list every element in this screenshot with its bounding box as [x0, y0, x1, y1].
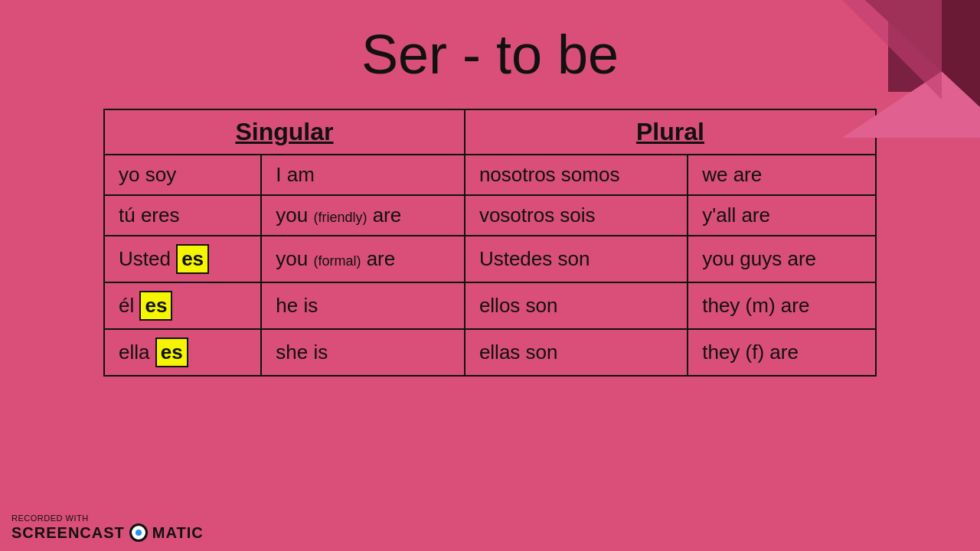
table-row: él es he is ellos son they (m) are	[104, 282, 876, 329]
row1-plural-english: we are	[688, 155, 876, 195]
row1-plural-spanish: nosotros somos	[465, 155, 688, 195]
row2-plural-spanish: vosotros sois	[465, 195, 688, 236]
row3-plural-english: you guys are	[688, 236, 876, 282]
row5-plural-spanish: ellas son	[465, 329, 688, 376]
friendly-label: (friendly)	[313, 210, 367, 225]
conjugation-table: Singular Plural yo soy I am nosotros som…	[103, 109, 877, 377]
row4-plural-english: they (m) are	[688, 282, 876, 329]
watermark-brand: SCREENCAST MATIC	[11, 523, 204, 542]
row2-singular-spanish: tú eres	[104, 195, 261, 236]
es-highlight-usted: es	[176, 244, 209, 274]
screencast-dot	[136, 530, 142, 536]
row1-singular-english: I am	[261, 155, 465, 195]
row2-singular-english: you (friendly) are	[261, 195, 465, 236]
es-highlight-ella: es	[155, 337, 188, 367]
row3-plural-spanish: Ustedes son	[465, 236, 688, 282]
row5-plural-english: they (f) are	[688, 329, 876, 376]
row4-singular-spanish: él es	[104, 282, 261, 329]
row4-plural-spanish: ellos son	[465, 282, 688, 329]
es-highlight-el: es	[139, 291, 172, 321]
ella-text: ella	[119, 341, 155, 364]
watermark-recorded-with: RECORDED WITH	[11, 514, 204, 523]
watermark: RECORDED WITH SCREENCAST MATIC	[11, 514, 204, 542]
table-row: yo soy I am nosotros somos we are	[104, 155, 876, 195]
header-singular: Singular	[104, 109, 465, 155]
table-row: ella es she is ellas son they (f) are	[104, 329, 876, 376]
row2-plural-english: y'all are	[688, 195, 876, 236]
row5-singular-spanish: ella es	[104, 329, 261, 376]
formal-label: (formal)	[313, 253, 361, 269]
conjugation-table-container: Singular Plural yo soy I am nosotros som…	[103, 109, 877, 377]
el-text: él	[119, 294, 139, 317]
usted-text: Usted	[119, 247, 176, 270]
decorative-triangles	[766, 0, 980, 138]
row1-singular-spanish: yo soy	[104, 155, 261, 195]
row3-singular-spanish: Usted es	[104, 236, 261, 282]
table-row: Usted es you (formal) are Ustedes son yo…	[104, 236, 876, 282]
row5-singular-english: she is	[261, 329, 465, 376]
table-row: tú eres you (friendly) are vosotros sois…	[104, 195, 876, 236]
screencast-icon	[129, 523, 148, 542]
row4-singular-english: he is	[261, 282, 465, 329]
row3-singular-english: you (formal) are	[261, 236, 465, 282]
